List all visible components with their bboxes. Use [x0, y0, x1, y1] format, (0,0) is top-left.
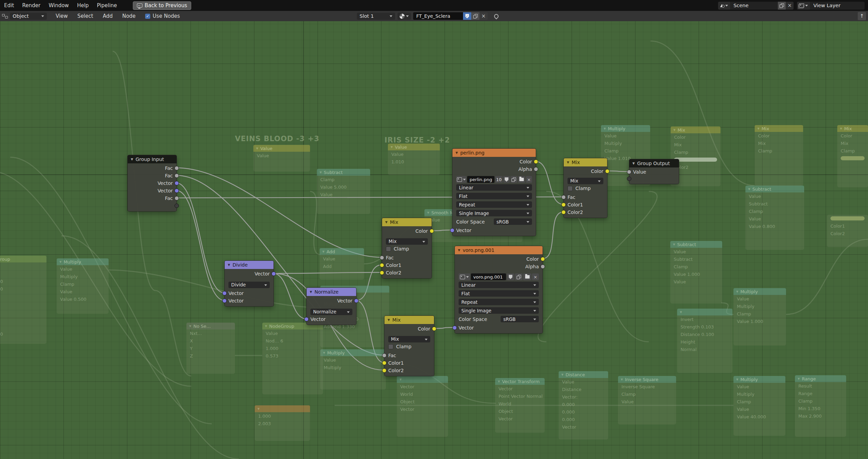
- dropdown-color-space[interactable]: sRGB: [501, 316, 539, 322]
- image-name-field[interactable]: voro.png.001: [471, 273, 506, 280]
- open-image-button[interactable]: [523, 273, 531, 280]
- dropdown-color-space[interactable]: sRGB: [494, 218, 532, 225]
- value-socket[interactable]: [627, 170, 631, 174]
- dropdown-flat[interactable]: Flat: [456, 193, 532, 199]
- copy-material-button[interactable]: [471, 12, 479, 20]
- slot-dropdown[interactable]: Slot 1: [357, 13, 395, 20]
- node-vor[interactable]: ▼voro.png.001ColorAlphavoro.png.001×Line…: [454, 246, 543, 334]
- vector-socket[interactable]: [271, 272, 276, 276]
- collapse-icon[interactable]: ▼: [310, 290, 312, 294]
- pin-icon[interactable]: [493, 13, 499, 19]
- scene-icon-chip[interactable]: [718, 2, 730, 10]
- dropdown-linear[interactable]: Linear: [459, 282, 539, 288]
- empty-socket[interactable]: [627, 177, 631, 181]
- color1-socket[interactable]: [382, 361, 387, 365]
- fac-socket[interactable]: [380, 256, 384, 260]
- unlink-material-button[interactable]: ×: [479, 12, 488, 20]
- vector-socket[interactable]: [222, 291, 227, 296]
- menu-help[interactable]: Help: [73, 2, 93, 9]
- dropdown-linear[interactable]: Linear: [456, 184, 532, 191]
- unlink-scene-button[interactable]: ×: [786, 2, 794, 10]
- fac-socket[interactable]: [174, 174, 179, 178]
- color2-socket[interactable]: [561, 210, 566, 215]
- new-scene-button[interactable]: [778, 2, 786, 10]
- node-header[interactable]: ▼Group Output: [629, 159, 679, 167]
- dropdown-divide[interactable]: Divide: [228, 282, 270, 288]
- color2-socket[interactable]: [380, 271, 384, 275]
- shader-type-dropdown[interactable]: Object: [10, 13, 47, 20]
- collapse-icon[interactable]: ▼: [567, 161, 569, 164]
- collapse-icon[interactable]: ▼: [131, 158, 133, 161]
- menu-pipeline[interactable]: Pipeline: [93, 2, 121, 9]
- unlink-image-button[interactable]: ×: [532, 273, 539, 280]
- vector-socket[interactable]: [354, 299, 359, 303]
- view-layer-selector[interactable]: View Layer: [797, 2, 865, 10]
- dropdown-mix[interactable]: Mix: [388, 336, 430, 342]
- scene-selector[interactable]: Scene ×: [718, 2, 794, 10]
- menu-node[interactable]: Node: [118, 13, 140, 19]
- fake-user-button[interactable]: [507, 273, 514, 280]
- color1-socket[interactable]: [561, 203, 566, 207]
- dropdown-mix[interactable]: Mix: [568, 178, 603, 184]
- vector-socket[interactable]: [304, 317, 309, 322]
- collapse-icon[interactable]: ▼: [228, 263, 230, 267]
- material-name-field[interactable]: FT_Eye_Sclera: [413, 12, 463, 20]
- vector-socket[interactable]: [450, 228, 454, 233]
- node-per[interactable]: ▼perlin.pngColorAlphaperlin.png10×Linear…: [452, 148, 536, 236]
- node-mx1[interactable]: ▼MixColorMixClampFacColor1Color2: [382, 218, 432, 279]
- node-header[interactable]: ▼Normalize: [307, 288, 356, 296]
- dropdown-flat[interactable]: Flat: [459, 290, 539, 297]
- node-nrm[interactable]: ▼NormalizeVectorNormalizeVector: [306, 287, 356, 325]
- node-header[interactable]: ▼voro.png.001: [455, 246, 543, 254]
- vector-socket[interactable]: [222, 299, 227, 303]
- node-header[interactable]: ▼Divide: [225, 261, 274, 269]
- image-browse-button[interactable]: [459, 273, 470, 280]
- menu-render[interactable]: Render: [18, 2, 44, 9]
- fake-user-button[interactable]: [503, 176, 510, 183]
- vector-socket[interactable]: [452, 326, 457, 330]
- menu-edit[interactable]: Edit: [0, 2, 18, 9]
- back-to-previous-button[interactable]: ← Back to Previous: [133, 1, 191, 10]
- copy-image-button[interactable]: [515, 273, 522, 280]
- image-browse-button[interactable]: [456, 176, 466, 183]
- scene-name[interactable]: Scene: [730, 3, 778, 8]
- view-layer-name[interactable]: View Layer: [810, 3, 865, 8]
- alpha-socket[interactable]: [534, 167, 538, 172]
- go-to-parent-tree-button[interactable]: ↑: [858, 12, 866, 20]
- unlink-image-button[interactable]: ×: [526, 176, 532, 183]
- collapse-icon[interactable]: ▼: [388, 318, 390, 322]
- collapse-icon[interactable]: ▼: [385, 220, 388, 224]
- node-out[interactable]: ▼Group OutputValue: [629, 159, 679, 184]
- alpha-socket[interactable]: [541, 265, 545, 269]
- collapse-icon[interactable]: ▼: [632, 162, 635, 165]
- checkbox-clamp[interactable]: [388, 344, 393, 349]
- collapse-icon[interactable]: ▼: [456, 151, 458, 154]
- node-editor-viewport[interactable]: VEINS BLOOD -3 +3IRIS SIZE -2 +2▼ValueVa…: [0, 0, 868, 459]
- color-socket[interactable]: [432, 327, 436, 331]
- color1-socket[interactable]: [380, 263, 384, 268]
- dropdown-repeat[interactable]: Repeat: [459, 299, 539, 305]
- fac-socket[interactable]: [382, 353, 387, 358]
- node-div[interactable]: ▼DivideVectorDivideVectorVector: [224, 260, 274, 307]
- color-socket[interactable]: [541, 257, 545, 261]
- checkbox-clamp[interactable]: [568, 186, 573, 191]
- editor-type-icon[interactable]: [2, 14, 8, 19]
- color-socket[interactable]: [605, 169, 610, 174]
- menu-view[interactable]: View: [52, 13, 72, 19]
- color2-socket[interactable]: [382, 368, 387, 373]
- fake-user-button[interactable]: ✓: [463, 12, 471, 20]
- copy-image-button[interactable]: [510, 176, 517, 183]
- fac-socket[interactable]: [174, 166, 179, 171]
- material-browse-button[interactable]: [397, 13, 411, 20]
- color-socket[interactable]: [430, 229, 434, 233]
- node-gi[interactable]: ▼Group InputFacFacVectorVectorFac: [127, 155, 177, 212]
- collapse-icon[interactable]: ▼: [458, 248, 460, 252]
- color-socket[interactable]: [534, 160, 538, 164]
- dropdown-mix[interactable]: Mix: [386, 238, 428, 245]
- dropdown-single-image[interactable]: Single Image: [456, 210, 532, 216]
- fac-socket[interactable]: [174, 196, 179, 201]
- fac-socket[interactable]: [561, 195, 566, 200]
- node-header[interactable]: ▼Mix: [382, 218, 432, 226]
- use-nodes-checkbox[interactable]: ✓: [145, 14, 150, 19]
- node-mx3[interactable]: ▼MixColorMixClampFacColor1Color2: [563, 158, 607, 218]
